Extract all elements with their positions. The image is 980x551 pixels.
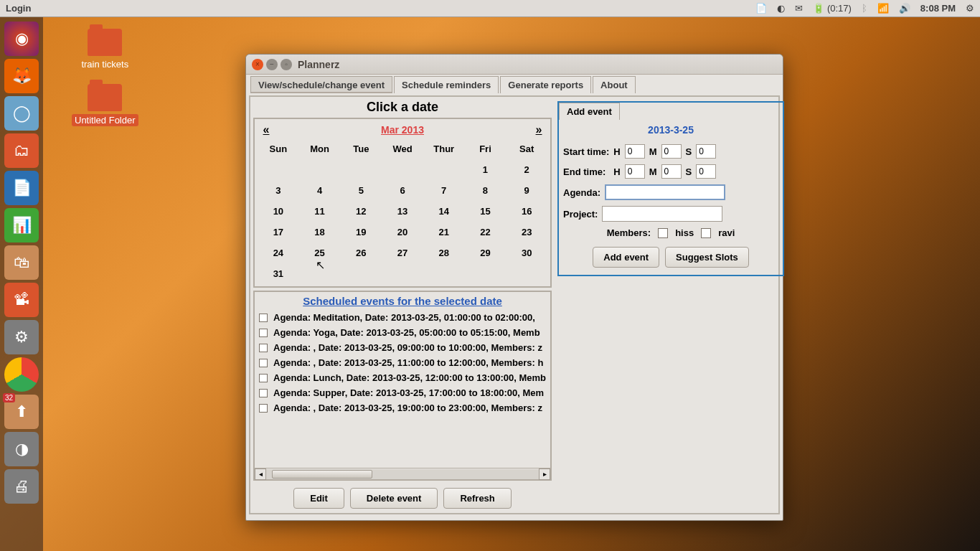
printer-icon[interactable]: 🖨 (4, 469, 39, 504)
bluetooth-icon[interactable]: ᛒ (862, 3, 867, 14)
battery-indicator[interactable]: 🔋(0:17) (813, 3, 852, 14)
chromium-icon[interactable]: ◯ (4, 96, 39, 131)
calendar-month[interactable]: Mar 2013 (275, 124, 530, 136)
event-checkbox[interactable] (259, 404, 268, 413)
gear-icon[interactable]: ⚙ (966, 3, 974, 14)
member-ravi-checkbox[interactable] (701, 228, 711, 238)
scroll-track[interactable] (266, 469, 539, 479)
calendar-day-21[interactable]: 21 (423, 227, 465, 237)
tab-schedule-reminders[interactable]: Schedule reminders (394, 76, 499, 93)
mail-icon[interactable]: ✉ (795, 3, 803, 14)
event-row[interactable]: Agenda: , Date: 2013-03-25, 11:00:00 to … (255, 355, 550, 370)
calendar-day-4[interactable]: 4 (299, 185, 341, 196)
project-input[interactable] (602, 206, 722, 222)
calendar-day-27[interactable]: 27 (382, 248, 423, 258)
calendar-day-3[interactable]: 3 (258, 185, 299, 196)
scroll-thumb[interactable] (272, 470, 372, 479)
event-row[interactable]: Agenda: Lunch, Date: 2013-03-25, 12:00:0… (255, 370, 550, 385)
side-tab-add-event[interactable]: Add event (559, 103, 620, 120)
calendar-day-24[interactable]: 24 (258, 248, 299, 258)
start-minute-input[interactable] (661, 144, 682, 159)
settings-icon[interactable]: ⚙ (4, 320, 39, 354)
eclipse-icon[interactable]: ◑ (4, 432, 39, 466)
calendar-day-17[interactable]: 17 (258, 227, 299, 237)
horizontal-scrollbar[interactable]: ◂ ▸ (255, 468, 550, 479)
member-hiss-checkbox[interactable] (658, 228, 668, 238)
start-second-input[interactable] (696, 144, 716, 159)
calendar-day-1[interactable]: 1 (465, 164, 507, 175)
calendar-day-25[interactable]: 25 (299, 248, 341, 258)
end-hour-input[interactable] (625, 164, 645, 179)
calendar-day-22[interactable]: 22 (465, 227, 507, 237)
folder-untitled[interactable]: Untitled Folder (72, 84, 138, 126)
calendar-day-31[interactable]: 31 (258, 268, 299, 279)
calendar-day-19[interactable]: 19 (340, 227, 382, 237)
agenda-input[interactable] (605, 184, 725, 200)
panel-menu-label[interactable]: Login (6, 3, 31, 14)
event-checkbox[interactable] (259, 344, 268, 352)
chrome-icon[interactable] (4, 357, 39, 392)
calendar-day-5[interactable]: 5 (340, 185, 382, 196)
start-hour-input[interactable] (625, 144, 645, 159)
calendar-day-29[interactable]: 29 (465, 248, 507, 258)
event-checkbox[interactable] (259, 374, 268, 382)
calendar-day-7[interactable]: 7 (423, 185, 465, 196)
calendar-day-11[interactable]: 11 (299, 206, 341, 217)
calendar-day-18[interactable]: 18 (299, 227, 341, 237)
calendar-day-2[interactable]: 2 (506, 164, 547, 175)
firefox-icon[interactable]: 🦊 (4, 59, 39, 93)
event-row[interactable]: Agenda: Yoga, Date: 2013-03-25, 05:00:00… (255, 325, 550, 340)
calendar-day-23[interactable]: 23 (506, 227, 547, 237)
event-row[interactable]: Agenda: Supper, Date: 2013-03-25, 17:00:… (255, 385, 550, 400)
impress-icon[interactable]: 📽 (4, 283, 39, 317)
system-tray-icon[interactable]: 📄 (755, 3, 767, 14)
refresh-button[interactable]: Refresh (443, 488, 511, 509)
window-close-button[interactable]: × (252, 59, 263, 70)
files-icon[interactable]: 🗂 (4, 133, 39, 168)
calendar-day-15[interactable]: 15 (465, 206, 507, 217)
clock[interactable]: 8:08 PM (920, 3, 956, 14)
window-maximize-button[interactable]: ▫ (281, 59, 292, 70)
calendar-day-9[interactable]: 9 (506, 185, 547, 196)
calendar-day-14[interactable]: 14 (423, 206, 465, 217)
calendar-day-20[interactable]: 20 (382, 227, 423, 237)
delete-event-button[interactable]: Delete event (350, 488, 438, 509)
network-icon[interactable]: ◐ (777, 3, 785, 14)
calendar-day-10[interactable]: 10 (258, 206, 299, 217)
window-minimize-button[interactable]: − (266, 59, 278, 70)
calendar-prev[interactable]: « (258, 123, 275, 136)
calendar-next[interactable]: » (530, 123, 547, 136)
event-checkbox[interactable] (259, 314, 268, 322)
software-center-icon[interactable]: 🛍 (4, 245, 39, 280)
calc-icon[interactable]: 📊 (4, 208, 39, 242)
suggest-slots-button[interactable]: Suggest Slots (665, 247, 749, 268)
event-row[interactable]: Agenda: , Date: 2013-03-25, 09:00:00 to … (255, 340, 550, 355)
event-checkbox[interactable] (259, 329, 268, 337)
tab-about[interactable]: About (593, 76, 636, 93)
event-row[interactable]: Agenda: , Date: 2013-03-25, 19:00:00 to … (255, 400, 550, 415)
updates-icon[interactable]: ⬆ (4, 395, 39, 429)
scroll-right-button[interactable]: ▸ (539, 468, 550, 480)
calendar-day-30[interactable]: 30 (506, 248, 547, 258)
wifi-icon[interactable]: 📶 (877, 3, 889, 14)
calendar-day-6[interactable]: 6 (382, 185, 423, 196)
edit-button[interactable]: Edit (293, 488, 344, 509)
window-titlebar[interactable]: × − ▫ Plannerz (246, 55, 783, 75)
calendar-day-12[interactable]: 12 (340, 206, 382, 217)
folder-train-tickets[interactable]: train tickets (81, 29, 128, 70)
calendar-day-16[interactable]: 16 (506, 206, 547, 217)
calendar-day-13[interactable]: 13 (382, 206, 423, 217)
scroll-left-button[interactable]: ◂ (255, 468, 266, 480)
calendar-day-26[interactable]: 26 (340, 248, 382, 258)
calendar-day-28[interactable]: 28 (423, 248, 465, 258)
calendar-day-8[interactable]: 8 (465, 185, 507, 196)
tab-generate-reports[interactable]: Generate reports (500, 76, 591, 93)
add-event-button[interactable]: Add event (593, 247, 659, 268)
event-checkbox[interactable] (259, 359, 268, 367)
end-second-input[interactable] (696, 164, 716, 179)
event-row[interactable]: Agenda: Meditation, Date: 2013-03-25, 01… (255, 310, 550, 325)
end-minute-input[interactable] (661, 164, 682, 179)
event-checkbox[interactable] (259, 389, 268, 397)
sound-icon[interactable]: 🔊 (899, 3, 910, 14)
dash-icon[interactable]: ◉ (4, 22, 39, 56)
